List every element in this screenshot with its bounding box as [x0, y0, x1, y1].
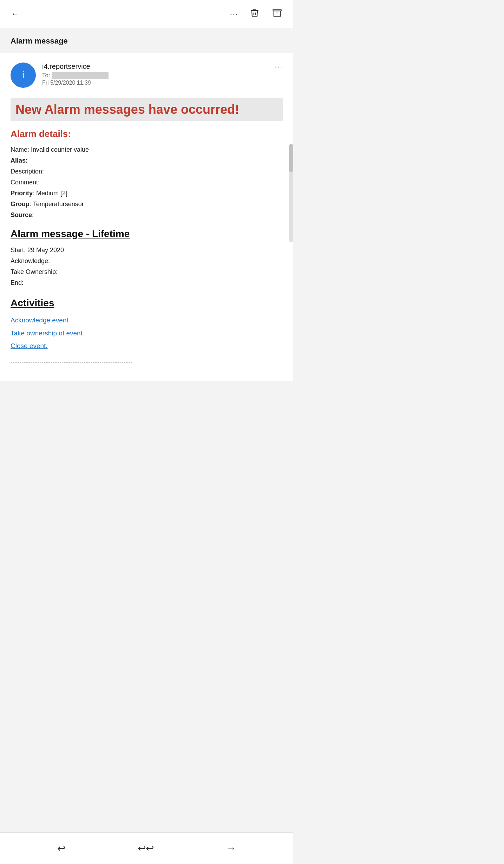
avatar-letter: i	[22, 70, 24, 81]
detail-end: End:	[11, 278, 283, 288]
priority-colon: :	[33, 190, 36, 197]
alarm-details-title: Alarm details:	[11, 127, 283, 142]
sender-name: i4.reportservice	[42, 63, 283, 71]
acknowledge-label: Acknowledge:	[11, 257, 50, 264]
alarm-headline-text: New Alarm messages have occurred!	[15, 102, 278, 117]
reply-back-button[interactable]: ↩	[54, 840, 68, 857]
detail-acknowledge: Acknowledge:	[11, 256, 283, 266]
scrollbar-thumb[interactable]	[289, 144, 293, 172]
comment-label: Comment:	[11, 179, 40, 186]
detail-priority: Priority: Medium [2]	[11, 189, 283, 198]
page-title: Alarm message	[11, 37, 68, 45]
detail-take-ownership: Take Ownership:	[11, 267, 283, 277]
close-event-link[interactable]: Close event.	[11, 341, 283, 351]
alarm-headline-block: New Alarm messages have occurred!	[11, 98, 283, 121]
recipient-blurred: ██████ ███████	[52, 72, 108, 79]
name-label: Name:	[11, 146, 29, 153]
email-more-options[interactable]: ···	[275, 63, 283, 71]
sender-date: Fri 5/29/2020 11:39	[42, 80, 283, 86]
avatar: i	[11, 63, 36, 88]
name-value: Invalid counter value	[31, 146, 89, 153]
alias-label: Alias:	[11, 157, 28, 164]
acknowledge-event-link[interactable]: Acknowledge event.	[11, 315, 283, 326]
email-divider: ----------------------------------------…	[11, 358, 283, 367]
activities-title: Activities	[11, 295, 283, 311]
group-label: Group	[11, 201, 30, 208]
end-label: End:	[11, 279, 24, 286]
source-label: Source	[11, 211, 32, 218]
priority-value: Medium [2]	[36, 190, 67, 197]
start-label: Start:	[11, 247, 26, 254]
priority-label: Priority	[11, 190, 33, 197]
description-label: Description:	[11, 168, 44, 175]
reply-all-back-button[interactable]: ↩↩	[135, 840, 157, 857]
sender-to: To: ██████ ███████	[42, 72, 283, 79]
detail-name: Name: Invalid counter value	[11, 145, 283, 155]
scrollbar-track[interactable]	[289, 144, 293, 242]
to-label: To:	[42, 72, 50, 79]
group-colon: :	[30, 201, 33, 208]
sender-row: i i4.reportservice To: ██████ ███████ Fr…	[11, 63, 283, 88]
more-options-button[interactable]: ···	[230, 9, 238, 19]
section-header: Alarm message	[0, 28, 293, 53]
back-button[interactable]: ←	[10, 8, 20, 20]
forward-button[interactable]: →	[223, 840, 239, 857]
sender-info: i4.reportservice To: ██████ ███████ Fri …	[42, 63, 283, 86]
detail-description: Description:	[11, 167, 283, 176]
take-ownership-label: Take Ownership:	[11, 268, 58, 275]
start-value: 29 May 2020	[27, 247, 64, 254]
archive-button[interactable]	[271, 7, 283, 21]
top-navigation-bar: ← ···	[0, 0, 293, 28]
detail-source: Source:	[11, 210, 283, 220]
detail-start: Start: 29 May 2020	[11, 246, 283, 255]
lifetime-title: Alarm message - Lifetime	[11, 226, 283, 242]
detail-comment: Comment:	[11, 178, 283, 187]
take-ownership-link[interactable]: Take ownership of event.	[11, 328, 283, 339]
email-body: New Alarm messages have occurred! Alarm …	[11, 98, 283, 367]
email-content-area: i i4.reportservice To: ██████ ███████ Fr…	[0, 53, 293, 381]
svg-rect-0	[273, 9, 281, 11]
detail-alias: Alias:	[11, 156, 283, 165]
source-colon: :	[32, 211, 34, 218]
group-value: Temperatursensor	[33, 201, 84, 208]
bottom-navigation-bar: ↩ ↩↩ →	[0, 832, 293, 864]
detail-group: Group: Temperatursensor	[11, 199, 283, 209]
delete-button[interactable]	[248, 7, 261, 21]
